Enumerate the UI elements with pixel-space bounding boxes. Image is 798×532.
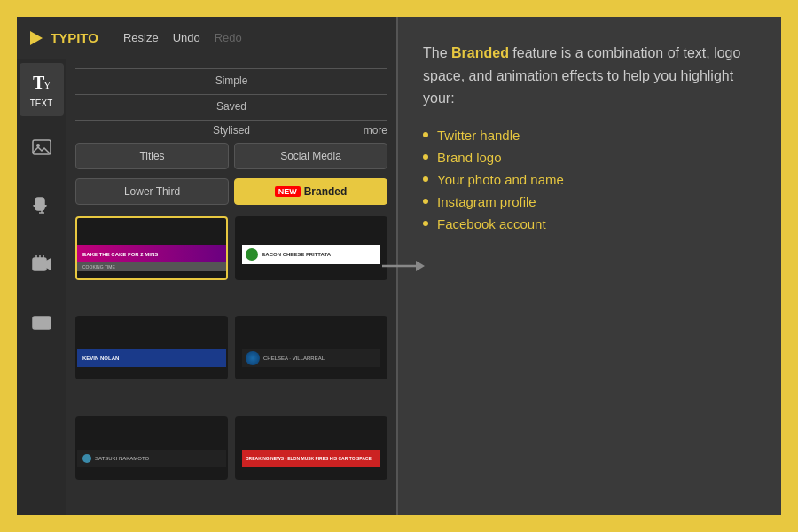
icon-sidebar: T Y TEXT — [17, 59, 66, 515]
svg-rect-12 — [33, 317, 51, 329]
sidebar-item-subtitles[interactable] — [20, 297, 64, 350]
stylised-section: Stylised more — [75, 118, 387, 137]
bullet-text-facebook: Facebook account — [437, 216, 546, 231]
saved-section: Saved — [75, 92, 387, 114]
divider-simple — [75, 68, 387, 69]
bullet-dot-5 — [423, 221, 428, 226]
social-media-button[interactable]: Social Media — [234, 143, 387, 169]
svg-rect-8 — [33, 258, 46, 270]
video-icon — [31, 254, 52, 278]
btn-row-2: Lower Third NEW Branded — [75, 178, 387, 205]
saved-label: Saved — [216, 98, 246, 114]
thumb3-bar: KEVIN NOLAN — [77, 349, 226, 367]
btn-row-1: Titles Social Media — [75, 143, 387, 169]
bullet-dot-1 — [423, 132, 428, 137]
more-label[interactable]: more — [364, 124, 387, 137]
right-panel: The Branded feature is a combination of … — [398, 17, 781, 515]
bullet-item-brand-logo: Brand logo — [423, 150, 755, 165]
thumb1-text: BAKE THE CAKE FOR 2 MINS — [82, 252, 158, 257]
stylised-row: Stylised more — [75, 124, 387, 137]
sidebar-item-audio[interactable] — [20, 180, 64, 233]
bullet-list: Twitter handle Brand logo Your photo and… — [423, 128, 755, 231]
thumb3-inner: KEVIN NOLAN — [77, 317, 226, 378]
svg-marker-0 — [30, 31, 43, 45]
thumb1-inner: BAKE THE CAKE FOR 2 MINS COOKING TIME — [77, 218, 226, 278]
branded-label: Branded — [304, 185, 348, 198]
titles-button[interactable]: Titles — [75, 143, 229, 169]
logo-icon — [27, 29, 45, 47]
bullet-text-brand-logo: Brand logo — [437, 150, 502, 165]
sidebar-label-text: TEXT — [30, 98, 53, 108]
svg-marker-16 — [416, 261, 425, 271]
thumb5-text: SATSUKI NAKAMOTO — [95, 456, 149, 461]
thumb1-bar: BAKE THE CAKE FOR 2 MINS — [77, 245, 226, 264]
divider-stylised — [75, 120, 387, 121]
thumbnail-1[interactable]: BAKE THE CAKE FOR 2 MINS COOKING TIME — [75, 216, 228, 280]
logo-text: TYPITO — [51, 30, 98, 45]
thumb2-logo — [246, 248, 258, 261]
thumb4-inner: CHELSEA · VILLARREAL — [237, 317, 386, 378]
left-panel: TYPITO Resize Undo Redo T Y TE — [17, 17, 398, 515]
thumbnail-4[interactable]: CHELSEA · VILLARREAL — [235, 316, 387, 379]
thumb2-bar: BACON CHEESE FRITTATA — [242, 245, 380, 264]
bullet-item-photo: Your photo and name — [423, 172, 755, 187]
thumbnail-2[interactable]: BACON CHEESE FRITTATA — [235, 216, 387, 280]
main-content: T Y TEXT — [17, 59, 396, 515]
audio-icon — [31, 195, 52, 219]
thumb5-bar: SATSUKI NAKAMOTO — [77, 450, 226, 467]
thumb4-bar: CHELSEA · VILLARREAL — [242, 349, 380, 367]
text-icon: T Y — [31, 71, 52, 95]
top-actions: Resize Undo Redo — [123, 31, 242, 44]
svg-text:Y: Y — [43, 79, 51, 91]
app-container: TYPITO Resize Undo Redo T Y TE — [13, 13, 785, 519]
sidebar-item-image[interactable] — [20, 121, 64, 175]
bullet-text-photo: Your photo and name — [437, 172, 564, 187]
logo: TYPITO — [27, 29, 98, 47]
thumb2-inner: BACON CHEESE FRITTATA — [237, 218, 386, 278]
subtitles-icon — [31, 312, 52, 336]
thumb1-sub: COOKING TIME — [77, 262, 226, 271]
bullet-item-twitter: Twitter handle — [423, 128, 755, 143]
thumbnail-6[interactable]: BREAKING NEWS · ELON MUSK FIRES HIS CAR … — [235, 416, 387, 480]
thumb3-text: KEVIN NOLAN — [82, 356, 119, 361]
bullet-item-facebook: Facebook account — [423, 216, 755, 231]
bullet-text-instagram: Instagram profile — [437, 194, 536, 209]
thumb4-text: CHELSEA · VILLARREAL — [263, 356, 325, 361]
thumbnail-grid: BAKE THE CAKE FOR 2 MINS COOKING TIME — [75, 216, 387, 508]
resize-button[interactable]: Resize — [123, 31, 159, 44]
bullet-text-twitter: Twitter handle — [437, 128, 520, 143]
thumbnail-3[interactable]: KEVIN NOLAN — [75, 316, 228, 379]
image-icon — [31, 137, 52, 160]
thumb5-inner: SATSUKI NAKAMOTO — [77, 418, 226, 478]
thumb1-subtext: COOKING TIME — [82, 264, 115, 270]
bullet-item-instagram: Instagram profile — [423, 194, 755, 209]
stylised-label: Stylised more — [213, 124, 250, 137]
thumb6-bar: BREAKING NEWS · ELON MUSK FIRES HIS CAR … — [242, 450, 380, 467]
sidebar-item-text[interactable]: T Y TEXT — [20, 63, 64, 116]
undo-button[interactable]: Undo — [173, 31, 200, 44]
tabs-area: Simple Saved Stylised more — [66, 59, 396, 515]
thumb6-text: BREAKING NEWS · ELON MUSK FIRES HIS CAR … — [246, 456, 372, 461]
redo-button[interactable]: Redo — [215, 31, 242, 44]
lower-third-button[interactable]: Lower Third — [75, 178, 229, 205]
thumb4-logo — [246, 351, 260, 365]
simple-label: Simple — [215, 73, 248, 89]
bullet-dot-2 — [423, 154, 428, 160]
thumb2-text: BACON CHEESE FRITTATA — [262, 252, 331, 257]
branded-button[interactable]: NEW Branded — [234, 178, 387, 205]
thumbnail-5[interactable]: SATSUKI NAKAMOTO — [75, 416, 228, 480]
simple-section: Simple — [75, 66, 387, 89]
thumb5-logo — [82, 454, 91, 463]
divider-saved — [75, 94, 387, 95]
top-bar: TYPITO Resize Undo Redo — [17, 17, 396, 59]
brand-word: Branded — [451, 45, 509, 60]
sidebar-item-video[interactable] — [20, 239, 64, 292]
description-text: The Branded feature is a combination of … — [423, 42, 755, 110]
bullet-dot-4 — [423, 199, 428, 204]
thumb6-inner: BREAKING NEWS · ELON MUSK FIRES HIS CAR … — [237, 418, 386, 478]
bullet-dot-3 — [423, 176, 428, 182]
arrow-connector — [382, 255, 425, 277]
new-badge: NEW — [275, 186, 301, 197]
